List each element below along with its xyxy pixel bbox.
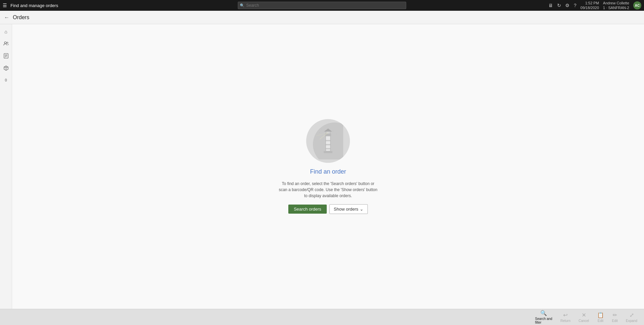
svg-point-22 — [333, 131, 333, 131]
show-orders-button[interactable]: Show orders ⌄ — [329, 204, 368, 214]
settings-icon[interactable]: ⚙ — [565, 3, 570, 8]
sidebar-item-customers[interactable] — [1, 39, 11, 48]
cart-count: 0 — [5, 78, 7, 82]
back-button[interactable]: ← — [4, 14, 9, 21]
svg-point-0 — [4, 42, 6, 44]
subheader: ← Orders — [0, 11, 644, 24]
svg-rect-16 — [326, 140, 330, 141]
return-label: Return — [560, 319, 571, 323]
sidebar-item-products[interactable] — [1, 63, 11, 73]
svg-line-7 — [4, 67, 6, 68]
sidebar-cart-badge[interactable]: 0 — [1, 75, 11, 85]
empty-state-illustration — [306, 119, 350, 163]
topbar-user: Andrew Collette 1 · SANFRAN-2 — [603, 1, 629, 10]
bottombar-edit-doc[interactable]: 📋 Edit — [597, 312, 604, 323]
empty-state-actions: Search orders Show orders ⌄ — [288, 204, 368, 214]
sidebar-item-home[interactable]: ⌂ — [1, 27, 11, 36]
search-orders-button[interactable]: Search orders — [288, 205, 327, 214]
content-area: Find an order To find an order, select t… — [12, 24, 644, 309]
search-icon: 🔍 — [240, 3, 245, 8]
svg-point-23 — [336, 134, 337, 135]
main-layout: ⌂ 0 — [0, 24, 644, 309]
pen-icon: ✏ — [613, 312, 617, 318]
topbar-right: 🖥 ↻ ⚙ ? 1:52 PM 09/18/2020 Andrew Collet… — [548, 1, 641, 10]
page-title: Orders — [13, 14, 29, 21]
svg-line-8 — [6, 67, 8, 68]
bottombar: 🔍 Search andfilter ↩ Return ✕ Cancel 📋 E… — [0, 309, 644, 325]
empty-state: Find an order To find an order, select t… — [278, 119, 379, 214]
doc-icon: 📋 — [597, 312, 604, 318]
topbar: ☰ Find and manage orders 🔍 🖥 ↻ ⚙ ? 1:52 … — [0, 0, 644, 11]
svg-rect-17 — [326, 144, 330, 145]
svg-rect-19 — [324, 151, 332, 153]
return-icon: ↩ — [563, 312, 568, 318]
edit-pen-label: Edit — [612, 319, 618, 323]
bottombar-return[interactable]: ↩ Return — [560, 312, 571, 323]
svg-point-21 — [321, 129, 322, 130]
help-icon[interactable]: ? — [574, 3, 576, 8]
bottombar-search-filter[interactable]: 🔍 Search andfilter — [535, 310, 552, 324]
sidebar-item-orders[interactable] — [1, 51, 11, 61]
cancel-label: Cancel — [579, 319, 589, 323]
svg-rect-18 — [326, 148, 330, 149]
expand-label: Expand — [626, 319, 637, 323]
search-filter-label: Search andfilter — [535, 317, 552, 324]
expand-icon: ⤢ — [630, 312, 634, 318]
search-filter-icon: 🔍 — [540, 310, 547, 316]
svg-point-20 — [319, 132, 320, 133]
global-search: 🔍 — [238, 2, 406, 9]
show-orders-label: Show orders — [334, 207, 358, 212]
empty-state-description: To find an order, select the 'Search ord… — [278, 181, 379, 199]
show-orders-chevron-icon: ⌄ — [360, 207, 363, 212]
app-title: Find and manage orders — [10, 3, 58, 8]
cancel-icon: ✕ — [582, 312, 586, 318]
sidebar: ⌂ 0 — [0, 24, 12, 309]
monitor-icon[interactable]: 🖥 — [548, 3, 553, 8]
search-input[interactable] — [238, 2, 406, 9]
empty-state-title: Find an order — [310, 168, 346, 175]
refresh-icon[interactable]: ↻ — [557, 3, 561, 8]
hamburger-icon[interactable]: ☰ — [3, 3, 7, 8]
bottombar-expand[interactable]: ⤢ Expand — [626, 312, 637, 323]
svg-point-1 — [7, 42, 8, 43]
bottombar-edit-pen[interactable]: ✏ Edit — [612, 312, 618, 323]
topbar-time: 1:52 PM 09/18/2020 — [580, 1, 599, 10]
edit-doc-label: Edit — [598, 319, 603, 323]
bottombar-cancel[interactable]: ✕ Cancel — [579, 312, 589, 323]
avatar[interactable]: AC — [633, 1, 641, 9]
